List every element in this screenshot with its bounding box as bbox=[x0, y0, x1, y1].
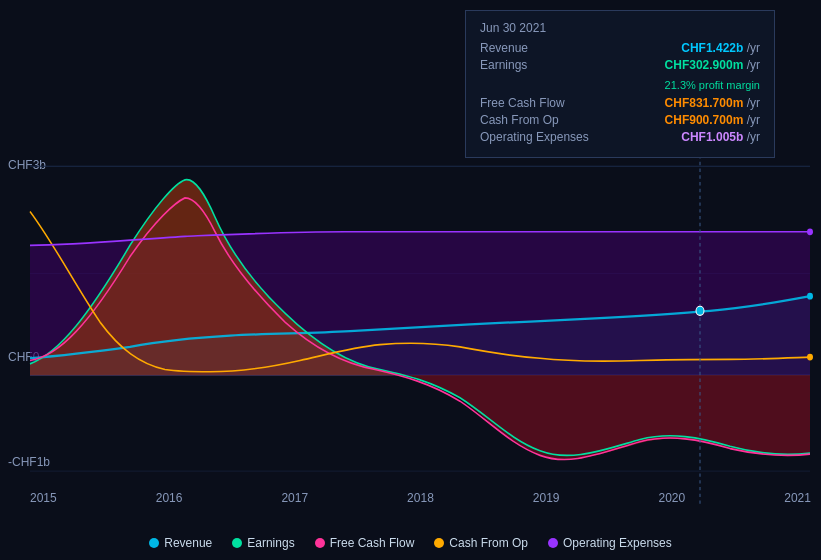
revenue-legend-label: Revenue bbox=[164, 536, 212, 550]
cfo-label: Cash From Op bbox=[480, 113, 590, 127]
legend-cfo[interactable]: Cash From Op bbox=[434, 536, 528, 550]
earnings-dot bbox=[232, 538, 242, 548]
fcf-dot bbox=[315, 538, 325, 548]
profit-margin: 21.3% profit margin bbox=[665, 79, 760, 91]
earnings-label: Earnings bbox=[480, 58, 590, 72]
fcf-label: Free Cash Flow bbox=[480, 96, 590, 110]
opex-label: Operating Expenses bbox=[480, 130, 590, 144]
x-label-2015: 2015 bbox=[30, 491, 57, 505]
legend-fcf[interactable]: Free Cash Flow bbox=[315, 536, 415, 550]
revenue-dot bbox=[149, 538, 159, 548]
opex-row: Operating Expenses CHF1.005b /yr bbox=[480, 130, 760, 144]
svg-point-7 bbox=[807, 228, 813, 235]
x-axis: 2015 2016 2017 2018 2019 2020 2021 bbox=[30, 491, 811, 505]
svg-point-6 bbox=[807, 293, 813, 300]
fcf-value: CHF831.700m /yr bbox=[665, 96, 760, 110]
opex-dot bbox=[548, 538, 558, 548]
legend-revenue[interactable]: Revenue bbox=[149, 536, 212, 550]
earnings-legend-label: Earnings bbox=[247, 536, 294, 550]
revenue-value: CHF1.422b /yr bbox=[681, 41, 760, 55]
x-label-2019: 2019 bbox=[533, 491, 560, 505]
x-label-2020: 2020 bbox=[659, 491, 686, 505]
revenue-row: Revenue CHF1.422b /yr bbox=[480, 41, 760, 55]
tooltip-box: Jun 30 2021 Revenue CHF1.422b /yr Earnin… bbox=[465, 10, 775, 158]
opex-legend-label: Operating Expenses bbox=[563, 536, 672, 550]
cfo-legend-label: Cash From Op bbox=[449, 536, 528, 550]
x-label-2021: 2021 bbox=[784, 491, 811, 505]
fcf-row: Free Cash Flow CHF831.700m /yr bbox=[480, 96, 760, 110]
cfo-value: CHF900.700m /yr bbox=[665, 113, 760, 127]
tooltip-date: Jun 30 2021 bbox=[480, 21, 760, 35]
x-label-2017: 2017 bbox=[281, 491, 308, 505]
earnings-value: CHF302.900m /yr bbox=[665, 58, 760, 72]
revenue-label: Revenue bbox=[480, 41, 590, 55]
fcf-legend-label: Free Cash Flow bbox=[330, 536, 415, 550]
x-label-2016: 2016 bbox=[156, 491, 183, 505]
svg-point-8 bbox=[807, 354, 813, 361]
svg-point-5 bbox=[696, 306, 704, 315]
legend-earnings[interactable]: Earnings bbox=[232, 536, 294, 550]
chart-legend: Revenue Earnings Free Cash Flow Cash Fro… bbox=[0, 536, 821, 550]
legend-opex[interactable]: Operating Expenses bbox=[548, 536, 672, 550]
cfo-row: Cash From Op CHF900.700m /yr bbox=[480, 113, 760, 127]
cfo-dot bbox=[434, 538, 444, 548]
opex-value: CHF1.005b /yr bbox=[681, 130, 760, 144]
earnings-row: Earnings CHF302.900m /yr bbox=[480, 58, 760, 72]
chart-area bbox=[0, 155, 821, 505]
x-label-2018: 2018 bbox=[407, 491, 434, 505]
